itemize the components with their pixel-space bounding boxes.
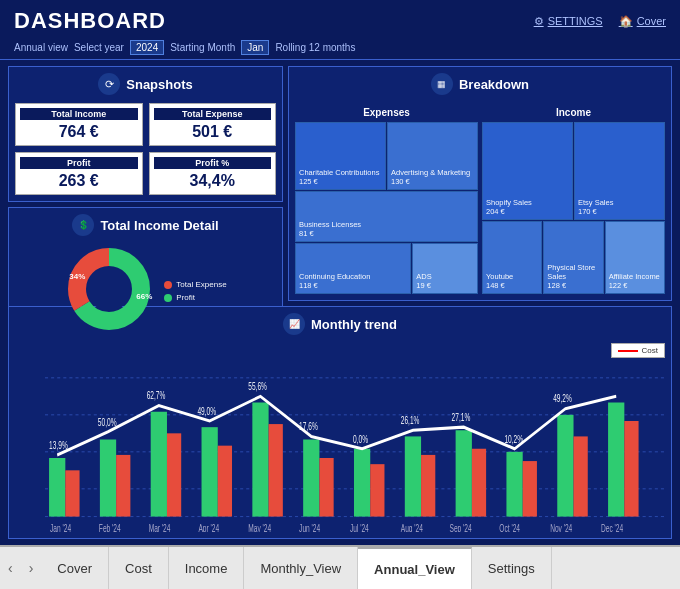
x-sep: Sep '24 xyxy=(450,523,472,532)
expense-dot xyxy=(164,281,172,289)
pct-feb: 50,0% xyxy=(98,416,117,428)
bar-cost-jul xyxy=(370,464,384,516)
ads-value: 19 € xyxy=(416,281,431,290)
pct-jun: 17,6% xyxy=(299,421,318,433)
legend-profit: Profit xyxy=(164,293,226,302)
breakdown-title: Breakdown xyxy=(459,77,529,92)
bar-income-aug xyxy=(405,436,421,516)
pct-jan: 13,9% xyxy=(49,439,68,451)
advertising-value: 130 € xyxy=(391,177,410,186)
snapshot-profit: Profit 263 € xyxy=(15,152,143,195)
settings-link[interactable]: ⚙ SETTINGS xyxy=(534,15,603,28)
youtube-label: Youtube xyxy=(486,272,513,281)
bar-income-nov xyxy=(557,415,573,517)
bar-income-may xyxy=(252,403,268,517)
month-value[interactable]: Jan xyxy=(241,40,269,55)
bar-cost-mar xyxy=(167,433,181,516)
cost-legend-line xyxy=(618,350,638,352)
tab-nav-next[interactable]: › xyxy=(21,547,42,589)
profit-pct-value: 34,4% xyxy=(154,172,272,190)
bar-cost-may xyxy=(269,424,283,516)
pct-nov: 49,2% xyxy=(553,393,572,405)
pct-oct: 10,2% xyxy=(504,433,523,445)
bar-cost-jan xyxy=(65,470,79,516)
snapshots-title: Snapshots xyxy=(126,77,192,92)
donut-pct-profit: 66% xyxy=(136,292,152,301)
donut-legend: Total Expense Profit xyxy=(164,280,226,302)
annual-view-label: Annual view xyxy=(14,42,68,53)
tab-cost[interactable]: Cost xyxy=(109,547,169,589)
bar-income-feb xyxy=(100,440,116,517)
charitable-block: Charitable Contributions 125 € xyxy=(295,122,386,190)
tab-annual-view[interactable]: Annual_View xyxy=(358,547,472,589)
bar-cost-sep xyxy=(472,449,486,517)
gear-icon: ⚙ xyxy=(534,15,544,28)
snapshots-panel: ⟳ Snapshots Total Income 764 € Total Exp… xyxy=(8,66,283,202)
x-jan: Jan '24 xyxy=(50,523,71,532)
trend-chart-wrapper: Cost 200 € 150 € 100 € 50 € - € xyxy=(15,343,665,532)
trend-title: Monthly trend xyxy=(311,317,397,332)
year-value[interactable]: 2024 xyxy=(130,40,164,55)
donut-pct-expense: 34% xyxy=(69,272,85,281)
donut-svg xyxy=(64,244,154,334)
physical-store-value: 128 € xyxy=(547,281,566,290)
home-icon: 🏠 xyxy=(619,15,633,28)
breakdown-header: ▦ Breakdown xyxy=(295,73,665,95)
ads-label: ADS xyxy=(416,272,431,281)
expenses-col: Expenses Charitable Contributions 125 € … xyxy=(295,107,478,294)
bar-cost-nov xyxy=(574,436,588,516)
x-jun: Jun '24 xyxy=(299,523,320,532)
shopify-label: Shopify Sales xyxy=(486,198,532,207)
total-income-label: Total Income xyxy=(20,108,138,120)
tab-nav-prev[interactable]: ‹ xyxy=(0,547,21,589)
youtube-block: Youtube 148 € xyxy=(482,221,542,294)
charitable-label: Charitable Contributions xyxy=(299,168,379,177)
business-licenses-block: Business Licenses 81 € xyxy=(295,191,478,242)
tab-cover[interactable]: Cover xyxy=(41,547,109,589)
cover-link[interactable]: 🏠 Cover xyxy=(619,15,666,28)
profit-label: Profit xyxy=(20,157,138,169)
x-feb: Feb '24 xyxy=(99,523,121,532)
main-content: ⟳ Snapshots Total Income 764 € Total Exp… xyxy=(0,60,680,545)
dashboard-title: DASHBOARD xyxy=(14,8,166,34)
etsy-block: Etsy Sales 170 € xyxy=(574,122,665,220)
etsy-label: Etsy Sales xyxy=(578,198,613,207)
breakdown-icon: ▦ xyxy=(431,73,453,95)
bar-income-mar xyxy=(151,412,167,517)
detail-icon: 💲 xyxy=(72,214,94,236)
left-column: ⟳ Snapshots Total Income 764 € Total Exp… xyxy=(8,66,283,301)
pct-may: 55,6% xyxy=(248,381,267,393)
total-expense-label: Total Expense xyxy=(154,108,272,120)
tab-monthly-view[interactable]: Monthly_View xyxy=(244,547,358,589)
breakdown-cols: Expenses Charitable Contributions 125 € … xyxy=(295,107,665,294)
profit-dot xyxy=(164,294,172,302)
rolling-label: Rolling 12 months xyxy=(275,42,355,53)
cost-legend-label: Cost xyxy=(642,346,658,355)
top-row: ⟳ Snapshots Total Income 764 € Total Exp… xyxy=(8,66,672,301)
x-dec: Dec '24 xyxy=(601,523,623,532)
snapshot-total-expense: Total Expense 501 € xyxy=(149,103,277,146)
bar-income-sep xyxy=(456,430,472,516)
business-licenses-value: 81 € xyxy=(299,229,314,238)
physical-store-label: Physical Store Sales xyxy=(547,263,599,281)
snapshots-grid: Total Income 764 € Total Expense 501 € P… xyxy=(15,103,276,195)
subheader: Annual view Select year 2024 Starting Mo… xyxy=(0,38,680,60)
advertising-label: Advertising & Marketing xyxy=(391,168,470,177)
advertising-block: Advertising & Marketing 130 € xyxy=(387,122,478,190)
shopify-block: Shopify Sales 204 € xyxy=(482,122,573,220)
x-aug: Aug '24 xyxy=(401,523,423,532)
bar-income-dec xyxy=(608,403,624,517)
bar-cost-aug xyxy=(421,455,435,517)
tab-settings[interactable]: Settings xyxy=(472,547,552,589)
affiliate-block: Affiliate Income 122 € xyxy=(605,221,665,294)
donut-hole xyxy=(87,267,131,311)
affiliate-value: 122 € xyxy=(609,281,628,290)
x-nov: Nov '24 xyxy=(550,523,572,532)
snapshots-icon: ⟳ xyxy=(98,73,120,95)
x-may: May '24 xyxy=(248,523,271,532)
starting-month-label: Starting Month xyxy=(170,42,235,53)
x-apr: Apr '24 xyxy=(198,523,219,532)
legend-expense: Total Expense xyxy=(164,280,226,289)
tab-income[interactable]: Income xyxy=(169,547,245,589)
youtube-value: 148 € xyxy=(486,281,505,290)
